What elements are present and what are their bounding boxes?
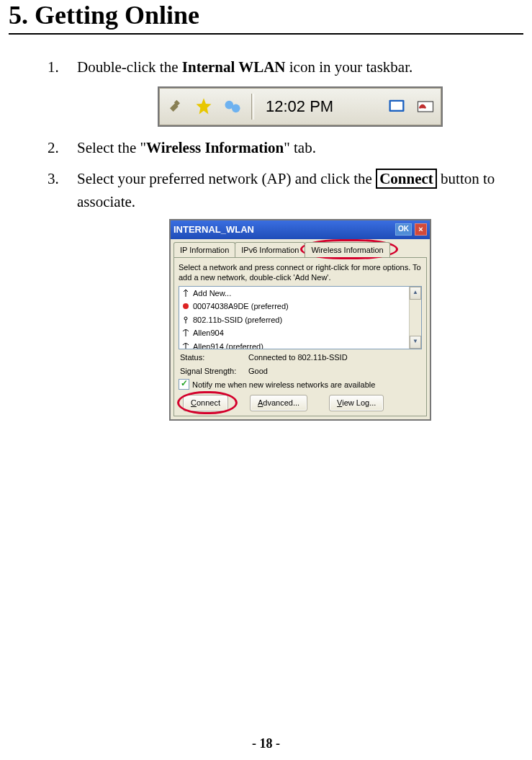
signal-value: Good	[248, 365, 268, 377]
step-2-bold: Wireless Information	[146, 139, 284, 156]
step-2-prefix: Select the "	[77, 139, 146, 156]
wlan-titlebar: INTERNAL_WLAN OK ×	[171, 220, 430, 239]
signal-label: Signal Strength:	[180, 365, 248, 377]
network-list[interactable]: Add New... 00074038A9DE (preferred) 802.…	[179, 286, 422, 349]
secure-network-icon	[181, 302, 190, 310]
step-3: Select your preferred network (AP) and c…	[63, 168, 523, 421]
plug-icon	[165, 97, 185, 117]
list-item-label: Add New...	[193, 287, 231, 300]
show-desktop-icon[interactable]	[387, 97, 407, 117]
svg-rect-3	[391, 102, 402, 110]
input-panel-icon[interactable]	[415, 97, 436, 117]
taskbar-separator	[251, 94, 254, 120]
tab-ipv6-information[interactable]: IPv6 Information	[235, 242, 305, 258]
tab-bar: IP Information IPv6 Information Wireless…	[171, 239, 430, 258]
tab-panel: Select a network and press connect or ri…	[173, 257, 427, 416]
step-2: Select the "Wireless Information" tab.	[63, 137, 523, 160]
connect-button[interactable]: CConnectonnect	[183, 395, 228, 411]
close-button[interactable]: ×	[415, 223, 427, 236]
network-icon	[181, 342, 190, 349]
list-item[interactable]: Allen904	[179, 326, 421, 340]
notify-checkbox[interactable]: ✓	[179, 379, 189, 390]
wlan-window: INTERNAL_WLAN OK × IP Information IPv6 I…	[169, 219, 431, 421]
step-3-prefix: Select your preferred network (AP) and c…	[77, 170, 376, 187]
viewlog-accel: V	[337, 398, 342, 407]
step-3-box: Connect	[376, 169, 437, 189]
network-icon[interactable]	[222, 97, 243, 117]
open-network-icon	[181, 316, 190, 324]
tab-ip-information[interactable]: IP Information	[173, 242, 235, 258]
list-item-label: 802.11b-SSID (preferred)	[193, 314, 282, 326]
list-item[interactable]: Allen914 (preferred)	[179, 340, 421, 349]
step-1-bold: Internal WLAN	[182, 58, 286, 76]
status-label: Status:	[180, 352, 248, 364]
taskbar-time: 12:02 PM	[263, 94, 378, 118]
advanced-button[interactable]: Advanced...	[250, 395, 307, 411]
step-1: Double-click the Internal WLAN icon in y…	[63, 56, 523, 127]
scroll-up-button[interactable]: ▲	[410, 287, 421, 300]
list-item-label: Allen904	[193, 327, 224, 339]
instruction-list: Double-click the Internal WLAN icon in y…	[9, 56, 523, 421]
network-icon	[181, 328, 190, 337]
star-icon	[194, 97, 214, 117]
list-item-label: 00074038A9DE (preferred)	[193, 300, 289, 313]
list-scrollbar[interactable]: ▲ ▼	[409, 287, 421, 349]
wlan-title-text: INTERNAL_WLAN	[173, 223, 254, 237]
view-log-button[interactable]: View Log...	[329, 395, 384, 411]
page-number: - 18 -	[0, 736, 532, 751]
antenna-icon	[181, 289, 190, 298]
page-title: 5. Getting Online	[9, 0, 523, 30]
notify-label: Notify me when new wireless networks are…	[192, 379, 375, 391]
svg-point-1	[232, 104, 240, 112]
step-1-suffix: icon in your taskbar.	[286, 58, 413, 76]
scroll-down-button[interactable]: ▼	[410, 336, 421, 349]
ok-button[interactable]: OK	[395, 223, 412, 236]
connect-accel: C	[191, 398, 197, 407]
advanced-accel: A	[258, 398, 263, 407]
title-rule	[9, 33, 523, 35]
tab-wireless-information[interactable]: Wireless Information	[305, 242, 389, 258]
panel-instructions: Select a network and press connect or ri…	[179, 262, 422, 283]
list-item[interactable]: 802.11b-SSID (preferred)	[179, 313, 421, 327]
list-item[interactable]: 00074038A9DE (preferred)	[179, 300, 421, 313]
svg-point-6	[184, 317, 187, 320]
list-item-add-new[interactable]: Add New...	[179, 287, 421, 300]
step-2-suffix: " tab.	[284, 139, 316, 156]
status-value: Connected to 802.11b-SSID	[248, 352, 348, 364]
list-item-label: Allen914 (preferred)	[193, 341, 263, 349]
step-1-prefix: Double-click the	[77, 58, 182, 76]
taskbar-mock: 12:02 PM	[158, 86, 443, 127]
svg-point-5	[183, 303, 189, 309]
